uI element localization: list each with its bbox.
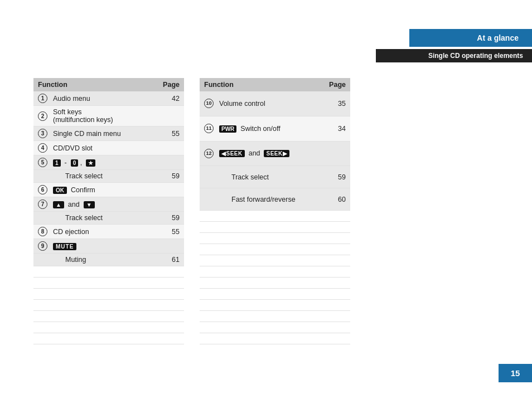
filler-row: [200, 211, 350, 222]
seek-fwd-badge: SEEK▶: [264, 150, 289, 157]
row-function: ◀SEEK and SEEK▶: [215, 141, 322, 166]
right-table-header-row: Function Page: [200, 78, 350, 91]
filler-row: [33, 322, 184, 333]
row-function: CD/DVD slot: [49, 141, 156, 155]
right-function-table: Function Page 10 Volume control 35 11: [200, 78, 350, 344]
table-row: 8 CD ejection 55: [33, 225, 184, 239]
row-function: Soft keys(multifunction keys): [49, 106, 156, 126]
row-page: [322, 141, 350, 166]
filler-row: [33, 278, 184, 289]
table-row: 10 Volume control 35: [200, 91, 350, 116]
filler-row: [200, 233, 350, 244]
row-function: Single CD main menu: [49, 126, 156, 141]
ok-badge: OK: [53, 187, 67, 194]
row-page: [156, 197, 184, 212]
row-function: ▲ and ▼: [49, 197, 156, 212]
row-page: 61: [156, 254, 184, 266]
row-function: Muting: [49, 254, 156, 266]
table-row: 7 ▲ and ▼: [33, 197, 184, 212]
table-row: Muting 61: [33, 254, 184, 266]
row-num: [200, 166, 215, 188]
row-num: 5: [33, 155, 49, 170]
row-num: [33, 170, 49, 183]
row-function: Volume control: [215, 91, 322, 116]
right-col-function: Function: [200, 78, 322, 91]
row-page: [156, 155, 184, 170]
filler-row: [33, 289, 184, 300]
row-num: 3: [33, 126, 49, 141]
table-row: 9 MUTE: [33, 239, 184, 254]
seek-back-badge: ◀SEEK: [219, 150, 245, 157]
row-function: Track select: [49, 212, 156, 225]
badge-0: 0: [71, 159, 79, 167]
table-row: 4 CD/DVD slot: [33, 141, 184, 155]
filler-row: [200, 289, 350, 300]
row-function: MUTE: [49, 239, 156, 254]
row-page: [156, 106, 184, 126]
tables-container: Function Page 1 Audio menu 42 2: [33, 78, 350, 344]
filler-row: [200, 278, 350, 289]
right-col-page: Page: [322, 78, 350, 91]
filler-row: [200, 255, 350, 266]
row-num: 8: [33, 225, 49, 239]
row-function: Track select: [49, 170, 156, 183]
up-arrow-badge: ▲: [53, 201, 64, 208]
filler-row: [33, 333, 184, 344]
table-row: 11 PWR Switch on/off 34: [200, 116, 350, 141]
row-num: [33, 212, 49, 225]
row-num: 10: [200, 91, 215, 116]
filler-row: [200, 333, 350, 344]
table-row: Track select 59: [200, 166, 350, 188]
filler-row: [200, 300, 350, 311]
filler-row: [200, 311, 350, 322]
filler-row: [33, 266, 184, 278]
row-num: 7: [33, 197, 49, 212]
table-row: Fast forward/reverse 60: [200, 188, 350, 211]
table-row: Track select 59: [33, 170, 184, 183]
row-page: [156, 141, 184, 155]
table-row: 2 Soft keys(multifunction keys): [33, 106, 184, 126]
table-row: 12 ◀SEEK and SEEK▶: [200, 141, 350, 166]
filler-row: [200, 322, 350, 333]
row-num: 2: [33, 106, 49, 126]
left-col-page: Page: [156, 78, 184, 91]
badge-1: 1: [53, 159, 61, 167]
row-function: Fast forward/reverse: [215, 188, 322, 211]
row-page: 34: [322, 116, 350, 141]
mute-badge: MUTE: [53, 243, 76, 250]
left-function-table: Function Page 1 Audio menu 42 2: [33, 78, 184, 344]
filler-row: [200, 266, 350, 278]
row-num: 6: [33, 183, 49, 197]
row-num: 4: [33, 141, 49, 155]
page-subtitle: Single CD operating elements: [376, 49, 532, 62]
row-function: Audio menu: [49, 91, 156, 106]
row-function: OK Confirm: [49, 183, 156, 197]
down-arrow-badge: ▼: [84, 201, 95, 208]
row-num: 1: [33, 91, 49, 106]
pwr-badge: PWR: [219, 125, 236, 133]
row-num: [33, 254, 49, 266]
table-row: 6 OK Confirm: [33, 183, 184, 197]
row-function: 1 - 0 , ★: [49, 155, 156, 170]
row-page: 59: [156, 212, 184, 225]
left-col-function: Function: [33, 78, 156, 91]
table-row: 1 Audio menu 42: [33, 91, 184, 106]
row-num: [200, 188, 215, 211]
row-function: CD ejection: [49, 225, 156, 239]
row-num: 9: [33, 239, 49, 254]
row-page: 55: [156, 126, 184, 141]
row-page: [156, 183, 184, 197]
filler-row: [33, 300, 184, 311]
badge-star: ★: [86, 159, 95, 167]
at-a-glance-tab: At a glance: [409, 29, 532, 47]
filler-row: [33, 311, 184, 322]
page-number-text: 15: [511, 368, 520, 378]
row-function: Track select: [215, 166, 322, 188]
row-num: 12: [200, 141, 215, 166]
subtitle-text: Single CD operating elements: [428, 52, 523, 60]
row-page: 55: [156, 225, 184, 239]
table-row: 3 Single CD main menu 55: [33, 126, 184, 141]
row-page: [156, 239, 184, 254]
page-number: 15: [499, 364, 532, 382]
table-row: Track select 59: [33, 212, 184, 225]
